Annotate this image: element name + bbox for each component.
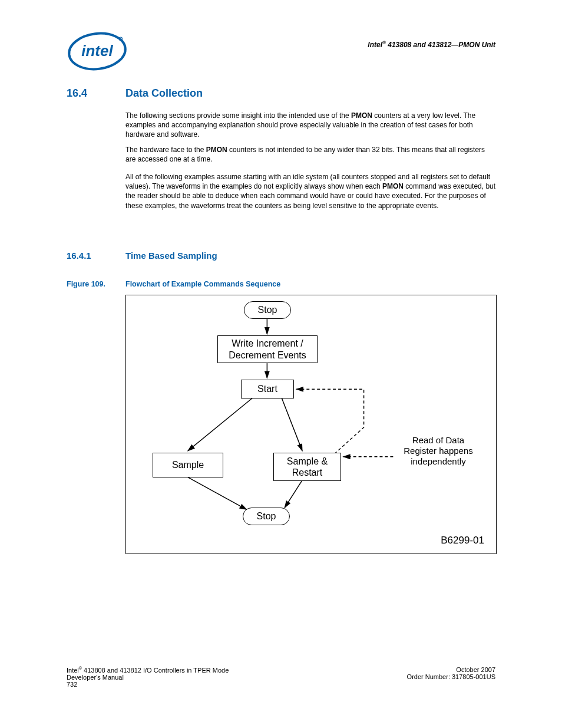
section-heading: 16.4Data Collection (67, 87, 497, 100)
flowchart-node-start: Start (241, 380, 294, 398)
section-number: 16.4 (67, 87, 125, 100)
svg-line-7 (282, 398, 302, 451)
subsection-number: 16.4.1 (67, 251, 125, 261)
page-footer: Intel® 413808 and 413812 I/O Controllers… (67, 666, 495, 688)
intel-logo: intel R (67, 31, 128, 72)
figure-number: Figure 109. (67, 280, 125, 288)
flowchart-node-stop-bottom: Stop (243, 508, 290, 525)
flowchart-node-stop-top: Stop (244, 301, 291, 319)
flowchart-connectors (126, 295, 496, 554)
figure-id: B6299-01 (441, 535, 484, 546)
flowchart-node-sample-restart: Sample & Restart (273, 453, 341, 481)
flowchart-node-sample: Sample (153, 453, 223, 477)
svg-text:R: R (120, 38, 122, 41)
footer-left: Intel® 413808 and 413812 I/O Controllers… (67, 666, 229, 688)
body-paragraph: All of the following examples assume sta… (125, 172, 497, 210)
figure-caption: Figure 109.Flowchart of Example Commands… (67, 280, 280, 288)
flowchart-node-write-events: Write Increment / Decrement Events (217, 335, 318, 363)
subsection-title-text: Time Based Sampling (125, 251, 217, 261)
flowchart-note: Read of Data Register happens independen… (394, 435, 482, 467)
section-title-text: Data Collection (125, 87, 203, 99)
body-paragraph: The following sections provide some insi… (125, 111, 497, 140)
flowchart-frame: Stop Write Increment / Decrement Events … (125, 295, 497, 554)
figure-caption-text: Flowchart of Example Commands Sequence (125, 280, 280, 288)
page-header: Intel® 413808 and 413812—PMON Unit (368, 40, 495, 49)
footer-right: October 2007 Order Number: 317805-001US (407, 666, 495, 688)
svg-line-6 (188, 398, 253, 451)
body-paragraph: The hardware face to the PMON counters i… (125, 145, 497, 164)
svg-line-9 (285, 480, 302, 508)
svg-line-8 (188, 477, 247, 510)
subsection-heading: 16.4.1Time Based Sampling (67, 251, 217, 261)
svg-text:intel: intel (81, 42, 113, 60)
